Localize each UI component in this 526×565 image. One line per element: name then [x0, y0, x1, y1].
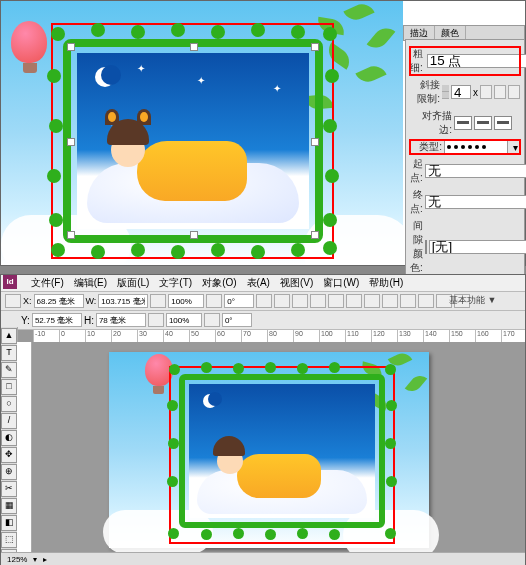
- link-wh-icon[interactable]: [150, 294, 166, 308]
- angle-input[interactable]: [224, 294, 254, 308]
- frame-dots: [171, 366, 393, 536]
- page-nav[interactable]: ▸: [43, 555, 47, 564]
- green-stroke-frame[interactable]: [63, 39, 323, 243]
- top-screenshot: 描边 颜色 粗细: ▾ 斜接限制: x 对齐描边: 类型:: [0, 0, 526, 266]
- miter-label: 斜接限制:: [410, 78, 440, 106]
- dotted-stroke-dots: [53, 29, 333, 253]
- workspace-switcher[interactable]: 基本功能 ▼: [449, 293, 509, 307]
- weight-input[interactable]: [427, 54, 526, 68]
- gap-color-dropdown[interactable]: [429, 240, 526, 254]
- fill-stroke-tool[interactable]: ◧: [1, 515, 17, 531]
- gap-color-swatch[interactable]: [425, 240, 427, 254]
- tab-stroke[interactable]: 描边: [404, 26, 435, 40]
- pen-tool[interactable]: ✎: [1, 362, 17, 378]
- menu-help[interactable]: 帮助(H): [369, 276, 403, 290]
- shear-icon[interactable]: [204, 313, 220, 327]
- hand-tool[interactable]: ▦: [1, 498, 17, 514]
- green-frame[interactable]: [179, 374, 385, 528]
- scale-x-input[interactable]: [168, 294, 204, 308]
- join-bevel-icon[interactable]: [508, 85, 520, 99]
- scale-y-input[interactable]: [166, 313, 202, 327]
- shear-input[interactable]: [222, 313, 252, 327]
- gap-color-label: 间隙颜色:: [410, 219, 423, 275]
- indesign-window: Id 文件(F) 编辑(E) 版面(L) 文字(T) 对象(O) 表(A) 视图…: [0, 274, 526, 565]
- start-row: 起点: ▾: [410, 157, 520, 185]
- x-input[interactable]: [34, 294, 84, 308]
- miter-stepper[interactable]: [442, 85, 449, 99]
- menu-window[interactable]: 窗口(W): [323, 276, 359, 290]
- menu-file[interactable]: 文件(F): [31, 276, 64, 290]
- menu-layout[interactable]: 版面(L): [117, 276, 149, 290]
- end-dropdown[interactable]: [425, 195, 526, 209]
- rectangle-tool[interactable]: □: [1, 379, 17, 395]
- type-tool[interactable]: T: [1, 345, 17, 361]
- miter-suffix: x: [473, 87, 478, 98]
- fx-icon[interactable]: [328, 294, 344, 308]
- ref-point-icon[interactable]: [5, 294, 21, 308]
- menubar: Id 文件(F) 编辑(E) 版面(L) 文字(T) 对象(O) 表(A) 视图…: [1, 275, 525, 292]
- flip-h-icon[interactable]: [256, 294, 272, 308]
- y-input[interactable]: [32, 313, 82, 327]
- ellipse-tool[interactable]: ○: [1, 396, 17, 412]
- selection-handle[interactable]: [311, 43, 319, 51]
- page[interactable]: [109, 352, 429, 548]
- join-round-icon[interactable]: [494, 85, 506, 99]
- miter-input[interactable]: [451, 85, 471, 99]
- selection-handle[interactable]: [67, 43, 75, 51]
- vertical-ruler: [17, 342, 32, 553]
- canvas-area: [1, 1, 403, 265]
- join-miter-icon[interactable]: [480, 85, 492, 99]
- fill-swatch[interactable]: [292, 294, 308, 308]
- menu-type[interactable]: 文字(T): [159, 276, 192, 290]
- type-dropdown-icon[interactable]: ▾: [510, 142, 520, 153]
- gap-color-row: 间隙颜色: ▾: [410, 219, 520, 275]
- selection-handle[interactable]: [67, 138, 75, 146]
- gradient-tool[interactable]: ◐: [1, 430, 17, 446]
- zoom-level[interactable]: 125%: [7, 555, 27, 564]
- control-bar-2: Y: H:: [1, 311, 525, 330]
- weight-row: 粗细: ▾: [410, 47, 520, 75]
- menu-edit[interactable]: 编辑(E): [74, 276, 107, 290]
- align-inside-icon[interactable]: [474, 116, 492, 130]
- align-center-icon[interactable]: [454, 116, 472, 130]
- align-icon[interactable]: [418, 294, 434, 308]
- rotate-icon[interactable]: [206, 294, 222, 308]
- eyedropper-tool[interactable]: ⊕: [1, 464, 17, 480]
- wrap-icon[interactable]: [346, 294, 362, 308]
- flip-v-icon[interactable]: [274, 294, 290, 308]
- wrap-icon[interactable]: [382, 294, 398, 308]
- type-label: 类型:: [410, 140, 442, 154]
- align-outside-icon[interactable]: [494, 116, 512, 130]
- link-scale-icon[interactable]: [148, 313, 164, 327]
- align-stroke-row: 对齐描边:: [410, 109, 520, 137]
- free-transform-tool[interactable]: ✥: [1, 447, 17, 463]
- menu-object[interactable]: 对象(O): [202, 276, 236, 290]
- stroke-swatch[interactable]: [310, 294, 326, 308]
- miter-row: 斜接限制: x: [410, 78, 520, 106]
- tab-color[interactable]: 颜色: [435, 26, 466, 40]
- menu-table[interactable]: 表(A): [247, 276, 270, 290]
- align-label: 对齐描边:: [410, 109, 452, 137]
- type-dropdown[interactable]: [444, 140, 508, 154]
- end-label: 终点:: [410, 188, 423, 216]
- selection-tool[interactable]: ▲: [1, 328, 17, 344]
- pasteboard[interactable]: [33, 342, 525, 553]
- corner-icon[interactable]: [400, 294, 416, 308]
- w-input[interactable]: [98, 294, 148, 308]
- selection-handle[interactable]: [67, 231, 75, 239]
- selection-handle[interactable]: [311, 138, 319, 146]
- start-dropdown[interactable]: [425, 164, 526, 178]
- app-badge: Id: [3, 275, 17, 289]
- scissors-tool[interactable]: ✂: [1, 481, 17, 497]
- h-input[interactable]: [96, 313, 146, 327]
- stroke-type-row[interactable]: 类型: ▾: [410, 140, 520, 154]
- end-row: 终点: ▾: [410, 188, 520, 216]
- basket: [153, 386, 164, 394]
- selection-handle[interactable]: [190, 231, 198, 239]
- wrap-icon[interactable]: [364, 294, 380, 308]
- line-tool[interactable]: /: [1, 413, 17, 429]
- menu-view[interactable]: 视图(V): [280, 276, 313, 290]
- selection-handle[interactable]: [311, 231, 319, 239]
- view-mode-tool[interactable]: ⬚: [1, 532, 17, 548]
- selection-handle[interactable]: [190, 43, 198, 51]
